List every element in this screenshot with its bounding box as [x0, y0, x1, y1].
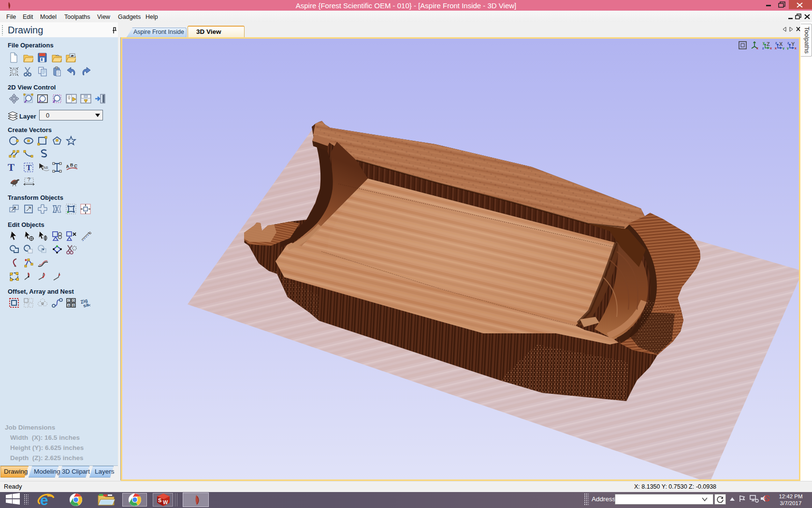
svg-text:x: x	[756, 46, 758, 50]
svg-text:B: B	[70, 163, 73, 167]
svg-text:?: ?	[28, 177, 30, 182]
svg-text:y: y	[787, 46, 789, 50]
svg-text:T: T	[26, 163, 32, 172]
svg-text:z: z	[762, 46, 764, 50]
svg-text:D: D	[72, 299, 75, 302]
svg-text:A: A	[68, 304, 70, 307]
svg-text:sa: sa	[82, 302, 89, 308]
svg-text:x: x	[775, 46, 777, 50]
svg-text:z: z	[775, 41, 777, 45]
svg-text:W: W	[163, 499, 168, 505]
svg-text:z: z	[787, 41, 789, 45]
svg-text:y: y	[783, 46, 784, 50]
svg-text:B: B	[72, 304, 75, 307]
svg-text:x: x	[795, 46, 797, 50]
svg-text:AB: AB	[43, 165, 48, 170]
svg-text:S: S	[158, 497, 161, 503]
svg-text:x: x	[770, 46, 772, 50]
svg-text:C: C	[68, 299, 70, 302]
svg-text:Z: Z	[767, 41, 770, 47]
